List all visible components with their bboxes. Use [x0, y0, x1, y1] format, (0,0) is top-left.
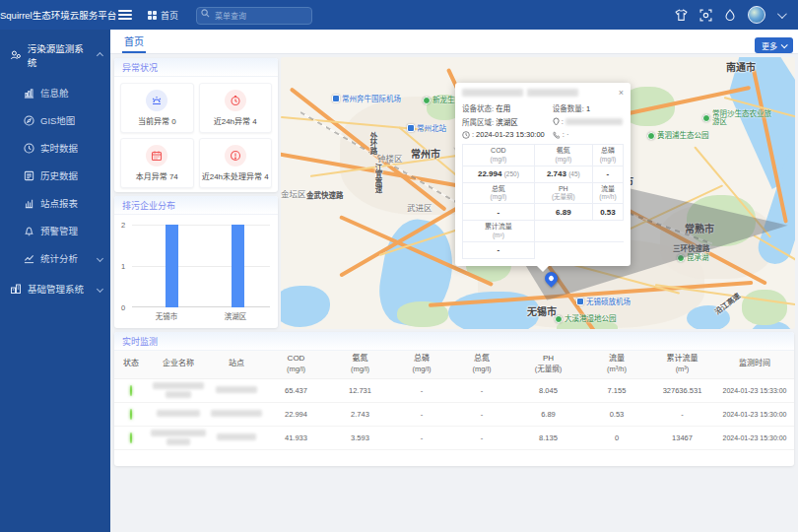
sidebar-section-pollution[interactable]: 污染源监测系统: [0, 30, 110, 79]
redacted-company-name: [527, 89, 578, 97]
y-tick: 1: [121, 262, 125, 271]
stat-card-24h-abnormal[interactable]: 近24h异常 4: [199, 83, 273, 133]
enterprise-distribution-panel: 排污企业分布 2 1 0 无锡市 滨湖区: [114, 196, 278, 328]
sidebar-item-label: 信息舱: [40, 86, 69, 100]
alarm-light-icon: [146, 90, 167, 111]
calendar-icon: [146, 145, 167, 166]
more-button[interactable]: 更多: [755, 37, 793, 53]
screenshot-icon[interactable]: [699, 9, 712, 22]
panel-title: 排污企业分布: [114, 196, 278, 215]
sidebar-item-label: 统计分析: [40, 251, 78, 265]
stat-card-month-abnormal[interactable]: 本月异常 74: [120, 138, 194, 188]
stopwatch-icon: [225, 90, 246, 111]
sidebar-item-alert-management[interactable]: 预警管理: [0, 217, 110, 244]
map-poi-park: 大溪港湿地公园: [555, 315, 617, 323]
region-label: 所属区域:: [462, 118, 494, 127]
redacted-address: [565, 118, 623, 125]
user-avatar[interactable]: [748, 6, 765, 24]
map-city-label: 无锡市: [527, 303, 557, 318]
clock-icon: [462, 131, 470, 139]
poi-marker-icon: [576, 298, 584, 305]
poi-marker-icon: [555, 315, 563, 323]
y-tick: 2: [121, 221, 125, 230]
poi-marker-icon: [702, 114, 710, 122]
dashboard-icon: [24, 88, 34, 99]
stat-card-unhandled-abnormal[interactable]: 近24h未处理异常 4: [199, 138, 273, 188]
stat-value: 4: [252, 117, 256, 126]
flame-icon[interactable]: [724, 9, 736, 22]
close-icon[interactable]: ×: [619, 89, 624, 98]
stat-label: 近24h未处理异常: [202, 172, 262, 181]
chevron-up-icon: [97, 51, 103, 58]
lake: [281, 286, 330, 327]
sidebar-item-history-data[interactable]: 历史数据: [0, 162, 110, 189]
compass-icon: [24, 115, 34, 126]
tab-home[interactable]: 首页: [122, 30, 146, 53]
table-row[interactable]: 65.437 12.731 - - 8.045 7.155 327636.531…: [114, 378, 794, 402]
chevron-down-icon: [97, 254, 103, 261]
sidebar-item-statistics[interactable]: 统计分析: [0, 244, 110, 272]
sidebar-item-gis-map[interactable]: GIS地图: [0, 106, 110, 134]
more-button-label: 更多: [762, 40, 777, 51]
search-input[interactable]: [196, 7, 312, 25]
search-icon: [201, 9, 210, 18]
table-row[interactable]: 22.994 2.743 - - 6.89 0.53 - 2024-01-23 …: [114, 402, 794, 426]
poi-marker-icon: [423, 97, 431, 104]
stat-label: 本月异常: [136, 172, 167, 181]
map-poi-park: 黄泗浦生态公园: [647, 132, 709, 140]
panel-title: 实时监测: [114, 332, 794, 351]
user-menu-caret-icon[interactable]: [777, 9, 787, 19]
stat-card-current-abnormal[interactable]: 当前异常 0: [120, 83, 194, 133]
phone-icon: [553, 131, 561, 139]
redacted-company: [166, 438, 190, 445]
x-label: 无锡市: [132, 310, 201, 321]
breadcrumb-home[interactable]: 首页: [148, 9, 178, 22]
app-logo: Squirrel生态环境云服务平台: [0, 8, 110, 22]
sidebar-section-label: 污染源监测系统: [28, 41, 92, 69]
main-content: 异常状况 当前异常 0 近24h异常 4: [110, 54, 798, 532]
panel-title: 异常状况: [114, 58, 278, 77]
station-popup: × 设备状态: 在用 设备数量: 1 所属区域: 滨湖区 : : 2024-01…: [455, 83, 631, 266]
tab-bar: 首页 更多: [110, 30, 798, 54]
stat-label: 当前异常: [138, 117, 169, 126]
y-tick: 0: [121, 303, 125, 312]
system-icon: [10, 283, 22, 295]
gis-map[interactable]: 南通市 常州市 无锡市 常熟市 张家港市 钟楼区 武进区 金坛区 外环路 金武快…: [281, 57, 795, 329]
sidebar-item-label: GIS地图: [40, 113, 75, 127]
x-label: 滨湖区: [201, 310, 270, 321]
redacted-station: [216, 386, 257, 393]
sidebar-item-realtime-data[interactable]: 实时数据: [0, 134, 110, 162]
sidebar: 污染源监测系统 信息舱 GIS地图 实时数据 历史数据 站点报表 预警管理: [0, 30, 110, 532]
sidebar-section-base-system[interactable]: 基础管理系统: [0, 272, 110, 303]
poi-marker-icon: [332, 95, 340, 102]
status-dot-green: [130, 432, 132, 443]
table-row[interactable]: 41.933 3.593 - - 8.135 0 13467 2024-01-2…: [114, 426, 794, 449]
map-district-label: 金坛区: [281, 187, 306, 199]
redacted-station: [211, 410, 262, 417]
sidebar-section-label: 基础管理系统: [28, 282, 84, 296]
map-poi-airport: 常州奔牛国际机场: [332, 93, 401, 103]
bar-binhu: [232, 225, 244, 307]
poi-marker-icon: [647, 132, 655, 140]
map-city-label: 常州市: [411, 146, 440, 161]
trend-icon: [24, 253, 34, 264]
menu-toggle-icon[interactable]: [118, 10, 132, 20]
sidebar-item-dashboard[interactable]: 信息舱: [0, 79, 110, 106]
device-count-label: 设备数量:: [553, 104, 584, 113]
stat-label: 近24h异常: [214, 117, 250, 126]
redacted-company-name: [462, 89, 523, 97]
redacted-company: [157, 410, 200, 417]
theme-skin-icon[interactable]: [675, 9, 688, 22]
breadcrumb-label: 首页: [161, 9, 178, 22]
sidebar-item-station-report[interactable]: 站点报表: [0, 189, 110, 217]
chevron-down-icon: [781, 41, 788, 48]
bell-icon: [24, 226, 34, 236]
map-road-label: 外环路: [367, 132, 378, 155]
stat-value: 0: [171, 117, 175, 126]
abnormal-status-panel: 异常状况 当前异常 0 近24h异常 4: [114, 58, 278, 192]
warning-icon: [225, 145, 246, 166]
poi-marker-icon: [407, 124, 415, 132]
map-road-label: 江宜高速: [372, 164, 383, 193]
popup-datetime: 2024-01-23 15:30:00: [476, 130, 545, 139]
bar-wuxi: [166, 225, 178, 307]
